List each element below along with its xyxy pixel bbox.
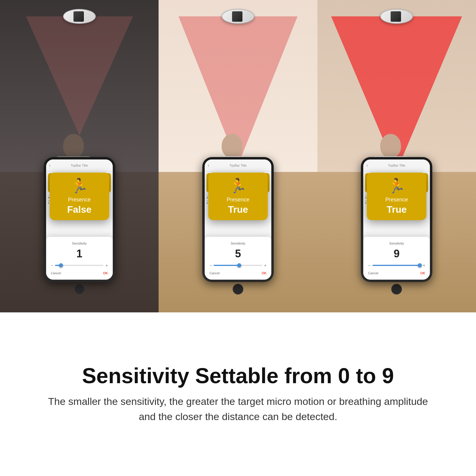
presence-label-2: Presence: [227, 197, 249, 203]
slider-fill-2: [214, 265, 238, 266]
slider-row-1: − +: [51, 263, 108, 268]
sensor-module-1: [73, 11, 84, 22]
dialog-title-2: Sensitivity: [209, 242, 267, 245]
app-topbar-2: ‹ TopBar Title: [205, 159, 271, 171]
detection-cone-1: [26, 16, 133, 135]
slider-thumb-2: [237, 263, 241, 267]
slider-plus-3[interactable]: +: [423, 263, 425, 268]
dialog-cancel-1[interactable]: Cancel: [51, 271, 61, 275]
sensor-body-3: [380, 9, 413, 24]
dialog-value-1: 1: [51, 248, 108, 260]
presence-card-1: 🏃 Presence False: [50, 173, 109, 220]
slider-plus-1[interactable]: +: [105, 263, 108, 268]
presence-label-1: Presence: [68, 197, 91, 203]
presence-icon-2: 🏃: [229, 178, 247, 194]
phone-home-2[interactable]: [233, 284, 243, 295]
presence-overlay-3: 🏃 Presence True: [364, 173, 429, 223]
dialog-buttons-2: Cancel OK: [209, 271, 267, 275]
dialog-value-3: 9: [368, 248, 425, 260]
app-title-1: TopBar Title: [71, 164, 88, 167]
panel-1: 🏃 Presence False ‹ TopBar Title: [0, 0, 159, 312]
presence-value-1: False: [67, 204, 92, 215]
app-back-1[interactable]: ‹: [49, 163, 51, 168]
slider-fill-3: [372, 265, 419, 266]
presence-value-2: True: [228, 204, 248, 215]
dialog-title-3: Sensitivity: [368, 242, 425, 245]
dialog-title-1: Sensitivity: [51, 242, 108, 245]
sensitivity-dialog-3: Sensitivity 9 − + Can: [363, 237, 430, 280]
sensor-module-2: [232, 11, 242, 22]
app-topbar-3: ‹ TopBar Title: [363, 159, 430, 171]
sensitivity-dialog-1: Sensitivity 1 − + Can: [46, 237, 113, 280]
slider-row-3: − +: [368, 263, 425, 268]
dialog-ok-1[interactable]: OK: [103, 271, 108, 275]
app-topbar-1: ‹ TopBar Title: [46, 159, 113, 171]
dialog-buttons-3: Cancel OK: [368, 271, 425, 275]
dialog-ok-3[interactable]: OK: [420, 271, 425, 275]
panel-2: 🏃 Presence True ‹ TopBar Title: [159, 0, 317, 312]
app-title-3: TopBar Title: [388, 164, 405, 167]
dialog-cancel-3[interactable]: Cancel: [368, 271, 378, 275]
bottom-section: Sensitivity Settable from 0 to 9 The sma…: [0, 312, 476, 476]
app-back-2[interactable]: ‹: [208, 163, 209, 168]
slider-track-1[interactable]: [55, 265, 104, 266]
presence-value-3: True: [387, 204, 407, 215]
sensor-module-3: [391, 11, 401, 22]
phone-home-3[interactable]: [391, 284, 402, 295]
presence-label-3: Presence: [385, 197, 408, 203]
sensor-device-1: [62, 6, 97, 24]
presence-icon-3: 🏃: [388, 178, 405, 194]
sensor-body-2: [222, 9, 254, 24]
person-head-2: [222, 134, 242, 158]
slider-thumb-3: [418, 263, 422, 267]
slider-minus-2[interactable]: −: [209, 263, 212, 268]
main-container: 🏃 Presence False ‹ TopBar Title: [0, 0, 476, 476]
slider-track-3[interactable]: [372, 265, 421, 266]
app-back-3[interactable]: ‹: [366, 163, 368, 168]
subtext: The smaller the sensitivity, the greater…: [45, 394, 431, 424]
headline: Sensitivity Settable from 0 to 9: [82, 364, 394, 388]
dialog-ok-2[interactable]: OK: [262, 271, 267, 275]
person-head-1: [63, 134, 84, 158]
sensitivity-dialog-2: Sensitivity 5 − + Can: [205, 237, 271, 280]
panel-3: 🏃 Presence True ‹ TopBar Title: [317, 0, 476, 312]
phone-home-1[interactable]: [74, 284, 85, 295]
dialog-cancel-2[interactable]: Cancel: [209, 271, 220, 275]
presence-icon-1: 🏃: [71, 178, 88, 194]
slider-plus-2[interactable]: +: [264, 263, 267, 268]
dialog-buttons-1: Cancel OK: [51, 271, 108, 275]
sensor-device-2: [220, 6, 256, 24]
presence-card-2: 🏃 Presence True: [208, 173, 268, 220]
slider-minus-1[interactable]: −: [51, 263, 53, 268]
slider-track-2[interactable]: [214, 265, 262, 266]
sensor-body-1: [63, 9, 96, 24]
panels-section: 🏃 Presence False ‹ TopBar Title: [0, 0, 476, 312]
presence-overlay-2: 🏃 Presence True: [205, 173, 271, 223]
presence-card-3: 🏃 Presence True: [367, 173, 426, 220]
slider-thumb-1: [59, 263, 63, 267]
slider-row-2: − +: [209, 263, 267, 268]
slider-minus-3[interactable]: −: [368, 263, 370, 268]
person-head-3: [380, 134, 401, 158]
app-title-2: TopBar Title: [229, 164, 247, 167]
presence-overlay-1: 🏃 Presence False: [47, 173, 112, 223]
dialog-value-2: 5: [209, 248, 267, 260]
sensor-device-3: [379, 6, 414, 24]
